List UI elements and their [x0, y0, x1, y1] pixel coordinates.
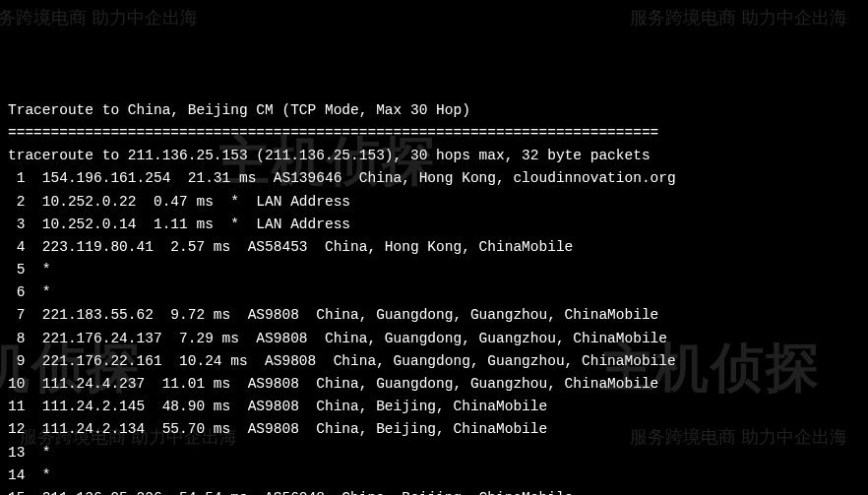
hop-line: 12 111.24.2.134 55.70 ms AS9808 China, B… [8, 418, 860, 441]
hop-line: 15 211.136.95.226 54.54 ms AS56048 China… [8, 487, 860, 495]
hop-line: 2 10.252.0.22 0.47 ms * LAN Address [8, 191, 860, 214]
traceroute-command: traceroute to 211.136.25.153 (211.136.25… [8, 145, 860, 167]
hop-line: 5 * [8, 259, 860, 281]
hop-line: 11 111.24.2.145 48.90 ms AS9808 China, B… [8, 396, 860, 418]
hop-line: 3 10.252.0.14 1.11 ms * LAN Address [8, 214, 860, 236]
hop-line: 1 154.196.161.254 21.31 ms AS139646 Chin… [8, 167, 860, 190]
hop-list: 1 154.196.161.254 21.31 ms AS139646 Chin… [8, 167, 860, 495]
traceroute-title: Traceroute to China, Beijing CM (TCP Mod… [8, 99, 860, 122]
hop-line: 8 221.176.24.137 7.29 ms AS9808 China, G… [8, 328, 860, 350]
hop-line: 7 221.183.55.62 9.72 ms AS9808 China, Gu… [8, 304, 860, 327]
hop-line: 13 * [8, 442, 860, 464]
separator: ========================================… [8, 122, 860, 145]
hop-line: 6 * [8, 281, 860, 304]
watermark-subtitle: 服务跨境电商 助力中企出海 [0, 4, 198, 32]
hop-line: 4 223.119.80.41 2.57 ms AS58453 China, H… [8, 236, 860, 259]
hop-line: 10 111.24.4.237 11.01 ms AS9808 China, G… [8, 373, 860, 396]
watermark-subtitle: 服务跨境电商 助力中企出海 [630, 4, 847, 32]
hop-line: 9 221.176.22.161 10.24 ms AS9808 China, … [8, 350, 860, 373]
hop-line: 14 * [8, 464, 860, 487]
